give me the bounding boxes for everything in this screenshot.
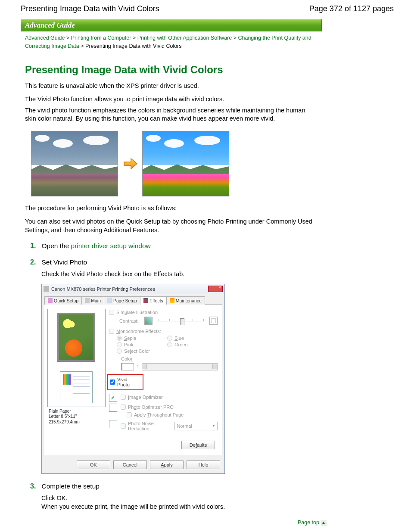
procedure-intro: The procedure for performing Vivid Photo… xyxy=(25,204,318,213)
intro-p1: This feature is unavailable when the XPS… xyxy=(25,82,318,90)
apply-button[interactable]: Apply xyxy=(150,460,184,469)
ok-button[interactable]: OK xyxy=(77,460,110,469)
tab-page-setup[interactable]: Page Setup xyxy=(104,296,140,305)
chk-noise-reduction[interactable]: Photo Noise Reduction xyxy=(121,421,174,431)
step-1-num: 1. xyxy=(30,242,40,250)
radio-blue[interactable]: Blue xyxy=(167,336,218,341)
banner-advanced-guide: Advanced Guide xyxy=(21,19,322,31)
tab-main[interactable]: Main xyxy=(81,296,104,305)
cancel-button[interactable]: Cancel xyxy=(113,460,147,469)
quick-setup-icon xyxy=(48,298,53,303)
photo-after xyxy=(142,131,229,196)
tab-quick-setup[interactable]: Quick Setup xyxy=(44,296,82,305)
bc-printing-from-computer[interactable]: Printing from a Computer xyxy=(71,35,131,41)
tabs: Quick Setup Main Page Setup Effects Main… xyxy=(42,294,224,304)
breadcrumb: Advanced Guide > Printing from a Compute… xyxy=(21,31,322,54)
row-contrast: Contrast: xyxy=(119,317,218,325)
page-title: Presenting Image Data with Vivid Colors xyxy=(25,64,318,76)
preview-small xyxy=(60,371,93,403)
chevron-down-icon: ▼ xyxy=(212,424,215,428)
contrast-high-icon xyxy=(209,317,218,325)
media-size: Letter 8.5"x11" 215.9x279.4mm xyxy=(49,414,104,425)
color-slider[interactable] xyxy=(142,363,218,370)
radio-sepia[interactable]: Sepia xyxy=(117,336,167,341)
preview-large xyxy=(57,313,95,362)
contrast-low-icon xyxy=(144,317,153,325)
radio-pink[interactable]: Pink xyxy=(117,342,167,347)
maintenance-icon xyxy=(170,298,174,303)
help-button[interactable]: Help xyxy=(187,460,220,469)
color-swatch xyxy=(121,363,134,370)
step-1: 1. Open the printer driver setup window xyxy=(30,242,318,250)
step-3: 3. Complete the setup Click OK. When you… xyxy=(30,482,318,511)
arrow-icon xyxy=(122,156,138,171)
select-noise-level[interactable]: Normal▼ xyxy=(174,422,218,430)
tab-effects[interactable]: Effects xyxy=(140,296,167,305)
step-2-num: 2. xyxy=(30,258,40,266)
link-printer-driver-window[interactable]: printer driver setup window xyxy=(71,242,151,249)
step-3-title: Complete the setup xyxy=(41,482,99,490)
step-3-l1: Click OK. xyxy=(41,494,318,502)
quick-setup-note: You can also set vivid photos on the Qui… xyxy=(25,218,318,234)
media-type: Plain Paper xyxy=(49,409,104,414)
radio-select-color[interactable]: Select Color xyxy=(117,348,218,354)
step-2: 2. Set Vivid Photo Check the Vivid Photo… xyxy=(30,258,318,473)
intro-p3: The vivid photo function emphasizes the … xyxy=(25,106,318,123)
page-setup-icon xyxy=(107,298,112,303)
bc-printing-other-app[interactable]: Printing with Other Application Software xyxy=(137,35,232,41)
tab-maintenance[interactable]: Maintenance xyxy=(166,296,205,305)
step-3-num: 3. xyxy=(30,482,40,490)
chk-monochrome[interactable]: Monochrome Effects: xyxy=(109,329,218,334)
intro-p2: The Vivid Photo function allows you to p… xyxy=(25,95,318,104)
effects-icon xyxy=(143,298,148,303)
dialog-printing-preferences: Canon MX870 series Printer Printing Pref… xyxy=(41,284,225,474)
main-icon xyxy=(85,298,90,303)
bc-advanced-guide[interactable]: Advanced Guide xyxy=(25,35,65,41)
radio-green[interactable]: Green xyxy=(167,342,218,347)
color-label: Color xyxy=(121,356,132,361)
before-after-illustration xyxy=(31,131,318,196)
step-2-title: Set Vivid Photo xyxy=(41,258,87,266)
noise-reduction-icon xyxy=(109,420,117,428)
step-3-l2: When you execute print, the image will b… xyxy=(41,502,318,511)
chk-image-optimizer[interactable]: Image Optimizer xyxy=(121,395,218,400)
bc-current: Presenting Image Data with Vivid Colors xyxy=(85,43,182,49)
step-2-body: Check the Vivid Photo check box on the E… xyxy=(41,270,318,278)
contrast-slider[interactable] xyxy=(156,317,206,325)
doc-title: Presenting Image Data with Vivid Colors xyxy=(21,4,159,13)
color-value: 1 xyxy=(137,364,139,369)
page-top-link[interactable]: Page top xyxy=(298,520,319,526)
defaults-button[interactable]: Defaults xyxy=(181,441,215,449)
page-indicator: Page 372 of 1127 pages xyxy=(309,4,394,13)
image-optimizer-icon xyxy=(109,394,117,402)
chk-vivid-photo[interactable]: Vivid Photo xyxy=(110,377,141,387)
media-info: Plain Paper Letter 8.5"x11" 215.9x279.4m… xyxy=(49,409,104,425)
highlight-vivid-photo: Vivid Photo xyxy=(107,374,143,390)
chk-simulate-illustration[interactable]: Simulate Illustration xyxy=(109,310,218,315)
chk-apply-throughout[interactable]: Apply Throughout Page xyxy=(127,412,218,417)
printer-icon xyxy=(44,286,49,292)
dialog-title: Canon MX870 series Printer Printing Pref… xyxy=(51,286,155,292)
chk-photo-optimizer-pro[interactable]: Photo Optimizer PRO xyxy=(121,404,218,410)
photo-optimizer-pro-icon xyxy=(109,404,117,412)
photo-before xyxy=(31,131,118,196)
close-button[interactable] xyxy=(208,286,223,292)
arrow-up-icon xyxy=(321,520,327,526)
